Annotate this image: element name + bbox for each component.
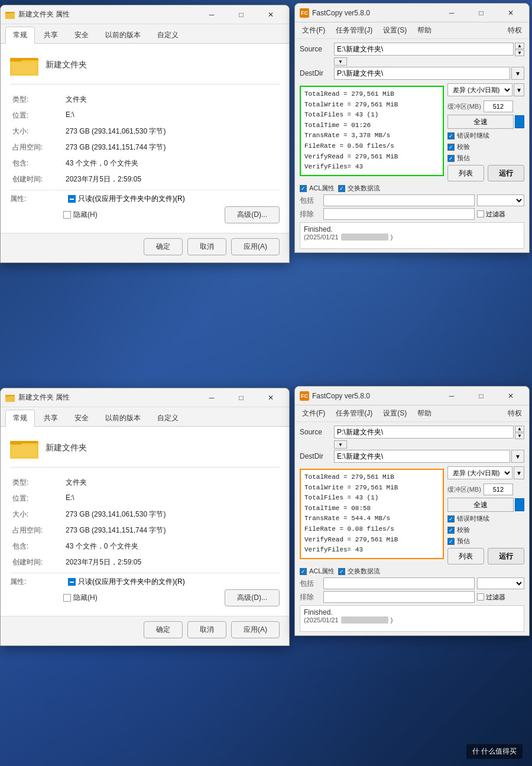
source-input[interactable] [334, 43, 514, 56]
br-run-button[interactable]: 运行 [488, 548, 524, 564]
br-menu-help[interactable]: 帮助 [413, 407, 436, 420]
bl-close-button[interactable]: ✕ [257, 388, 284, 407]
list-button[interactable]: 列表 [447, 165, 484, 181]
speed-button[interactable]: 全速 [447, 115, 514, 129]
tab-previous[interactable]: 以前的版本 [98, 27, 148, 43]
mode-dropdown-btn[interactable]: ▼ [514, 83, 524, 96]
tab-security[interactable]: 安全 [67, 27, 96, 43]
verify-checkbox[interactable] [447, 144, 455, 151]
tab-general[interactable]: 常规 [5, 27, 35, 44]
br-source-dropdown-btn[interactable]: ▼ [334, 440, 347, 449]
br-buffer-input[interactable] [484, 483, 513, 495]
br-buffer-row: 缓冲区(MB) [447, 483, 524, 495]
include-input[interactable] [323, 194, 475, 206]
bl-apply-button[interactable]: 应用(A) [231, 621, 280, 638]
bl-tab-previous[interactable]: 以前的版本 [98, 410, 148, 426]
bl-readonly-checkbox[interactable] [68, 578, 76, 586]
br-preview-label: 预估 [457, 537, 470, 546]
menu-settings[interactable]: 设置(S) [378, 24, 411, 37]
ok-button[interactable]: 确定 [144, 238, 183, 255]
readonly-checkbox[interactable] [68, 195, 76, 203]
bl-tab-share[interactable]: 共享 [36, 410, 66, 426]
fc-minimize-button[interactable]: ─ [438, 4, 465, 22]
top-right-controls[interactable]: ─ □ ✕ [438, 4, 524, 22]
scroll-down-btn[interactable]: ▼ [515, 50, 524, 56]
br-speed-button[interactable]: 全速 [447, 498, 514, 512]
cancel-button[interactable]: 取消 [187, 238, 226, 255]
br-menu-task[interactable]: 任务管理(J) [331, 407, 377, 420]
props-label: 创建时间: [10, 171, 63, 187]
maximize-button[interactable]: □ [228, 5, 255, 24]
bottom-props-content: 新建文件夹 类型:文件夹位置:E:\大小:273 GB (293,141,061… [1, 427, 289, 616]
menu-help[interactable]: 帮助 [413, 24, 436, 37]
br-destdir-dropdown-btn[interactable]: ▼ [511, 450, 524, 463]
tab-share[interactable]: 共享 [36, 27, 66, 43]
close-button[interactable]: ✕ [257, 5, 284, 24]
br-filter-checkbox[interactable] [477, 593, 484, 601]
apply-button[interactable]: 应用(A) [231, 238, 280, 255]
bottom-left-controls[interactable]: ─ □ ✕ [198, 388, 284, 407]
br-scroll-up-btn[interactable]: ▲ [515, 426, 524, 432]
bl-ok-button[interactable]: 确定 [144, 621, 183, 638]
br-maximize-button[interactable]: □ [468, 387, 495, 405]
destdir-dropdown-btn[interactable]: ▼ [511, 67, 524, 80]
hidden-checkbox[interactable] [63, 211, 71, 219]
error-continue-checkbox[interactable] [447, 132, 455, 139]
fc-maximize-button[interactable]: □ [468, 4, 495, 22]
preview-checkbox[interactable] [447, 155, 455, 162]
br-scroll-down-btn[interactable]: ▼ [515, 433, 524, 439]
br-include-input[interactable] [323, 577, 475, 589]
br-menu-settings[interactable]: 设置(S) [378, 407, 411, 420]
acl-checkbox[interactable] [300, 185, 307, 192]
stream-checkbox[interactable] [338, 185, 345, 192]
fc-close-button[interactable]: ✕ [497, 4, 524, 22]
source-dropdown-btn[interactable]: ▼ [334, 57, 347, 66]
tab-custom[interactable]: 自定义 [150, 27, 186, 43]
svg-rect-9 [5, 395, 9, 397]
bl-hidden-checkbox[interactable] [63, 594, 71, 602]
advanced-button[interactable]: 高级(D)... [225, 206, 280, 223]
br-menu-privilege[interactable]: 特权 [503, 407, 527, 420]
bottom-props-footer: 确定 取消 应用(A) [1, 616, 289, 645]
menu-privilege[interactable]: 特权 [503, 24, 527, 37]
destdir-input[interactable] [334, 67, 510, 80]
br-mode-dropdown-btn[interactable]: ▼ [514, 466, 524, 479]
br-list-button[interactable]: 列表 [447, 548, 484, 564]
br-mode-select[interactable]: 差异 (大小/日期) [447, 466, 512, 479]
br-acl-checkbox[interactable] [300, 568, 307, 575]
bl-tab-custom[interactable]: 自定义 [150, 410, 186, 426]
bl-advanced-button[interactable]: 高级(D)... [225, 589, 280, 606]
scroll-up-btn[interactable]: ▲ [515, 43, 524, 49]
menu-file[interactable]: 文件(F) [297, 24, 330, 37]
bl-tab-security[interactable]: 安全 [67, 410, 96, 426]
br-exclude-input[interactable] [323, 591, 475, 603]
br-verify-checkbox[interactable] [447, 527, 455, 534]
br-minimize-button[interactable]: ─ [438, 387, 465, 405]
props-footer: 确定 取消 应用(A) [1, 233, 289, 262]
br-stream-checkbox[interactable] [338, 568, 345, 575]
top-left-controls[interactable]: ─ □ ✕ [198, 5, 284, 24]
menu-task[interactable]: 任务管理(J) [331, 24, 377, 37]
bl-tab-general[interactable]: 常规 [5, 410, 35, 427]
br-error-continue-row: 错误时继续 [447, 514, 524, 523]
br-menu-file[interactable]: 文件(F) [297, 407, 330, 420]
buffer-input[interactable] [484, 100, 513, 112]
exclude-input[interactable] [323, 208, 475, 220]
mode-select[interactable]: 差异 (大小/日期) [447, 83, 512, 96]
props-value: 2023年7月5日，2:59:05 [63, 554, 280, 570]
minimize-button[interactable]: ─ [198, 5, 225, 24]
br-destdir-input[interactable] [334, 450, 510, 463]
filter-checkbox[interactable] [477, 210, 484, 218]
run-button[interactable]: 运行 [488, 165, 524, 181]
br-close-button[interactable]: ✕ [497, 387, 524, 405]
bl-cancel-button[interactable]: 取消 [187, 621, 226, 638]
br-preview-checkbox[interactable] [447, 538, 455, 545]
include-select[interactable] [477, 194, 524, 206]
br-include-select[interactable] [477, 577, 524, 589]
props-row: 占用空间:273 GB (293,141,151,744 字节) [10, 522, 280, 538]
bl-maximize-button[interactable]: □ [228, 388, 255, 407]
bottom-right-controls[interactable]: ─ □ ✕ [438, 387, 524, 405]
br-source-input[interactable] [334, 426, 514, 439]
br-error-continue-checkbox[interactable] [447, 515, 455, 522]
bl-minimize-button[interactable]: ─ [198, 388, 225, 407]
